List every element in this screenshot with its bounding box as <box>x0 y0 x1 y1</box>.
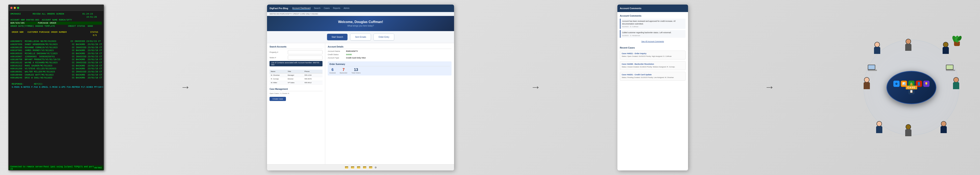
comments-header-title: Account Comments <box>620 7 641 9</box>
order-summary-title: Order Summary <box>329 63 450 66</box>
acct-status-row: Credit Status GOOD <box>328 54 452 55</box>
terminal-order-4: H30195533 MICHELLE SHOSHAN/VC/11823 CC B… <box>10 52 102 55</box>
comment-item-2: Called customer regarding backorder stat… <box>620 30 686 38</box>
terminal-order-3: H30197601 JAMES ROONEY/VC/011923 CC BACK… <box>10 49 102 52</box>
terminal-page-indicator: 09/002 <box>94 167 102 169</box>
account-comments-title: Account Comments <box>620 14 686 17</box>
contact-row-3[interactable]: W. Miller VP Sales 555-9012 <box>269 81 323 85</box>
terminal-date-line: ORDER DATE(YYMMDD) 000000 TEMPLATE CREDI… <box>10 25 102 28</box>
contact-list: Name Title Phone M. Shoshan Manager 555-… <box>269 70 323 85</box>
recent-case-title-1: Case #44521 - Order Inquiry <box>622 52 684 55</box>
nav-item-reports[interactable]: Reports <box>333 7 340 10</box>
recent-case-2[interactable]: Case #44398 - Backorder Resolution Statu… <box>620 61 686 70</box>
comments-panel: Account Comments Account Comments Accoun… <box>617 5 688 170</box>
person-bottom-center <box>905 124 912 136</box>
terminal-order-9: H30191269 VC/STEVE GILLES/01192023 CC BA… <box>10 67 102 70</box>
order-entry-button[interactable]: Order Entry <box>374 33 394 41</box>
account-number-label: 999705-003 RSRCH/SFTY CREDIT CARD ONLY V… <box>269 13 318 15</box>
terminal-status-text: Connected to remote server/host ipo1 usi… <box>10 166 94 170</box>
footer-icon-discover: 💳 <box>363 166 366 169</box>
terminal-blank1 <box>10 28 102 31</box>
notes-input[interactable] <box>288 55 323 60</box>
person-body-br <box>940 126 947 133</box>
see-all-link[interactable]: See All Account Comments <box>641 41 664 43</box>
laptop-right <box>946 65 955 71</box>
recent-case-detail-2: Status: Closed Created: 01/18/23 Priorit… <box>622 66 684 68</box>
person-top-right <box>943 42 949 54</box>
crm-topbar: DigFast Pro Blog Account Dashboard Searc… <box>267 5 454 12</box>
terminal-order-12: H30180246 ERIC W SAUL/AE/011823 CC BACKO… <box>10 76 102 79</box>
contact-title-1: Manager <box>288 74 304 76</box>
crm-nav: Account Dashboard Search Cases Reports A… <box>293 7 350 10</box>
account-badge: List of Contacts associated with Account… <box>269 61 323 66</box>
plant-decoration <box>953 36 961 46</box>
person-right <box>953 77 959 89</box>
arrow-3: → <box>761 82 778 93</box>
comments-header: Account Comments <box>617 5 688 12</box>
terminal-order-6: A30198758 BRYANT PRODUCTS/VC/81/19/23 CC… <box>10 58 102 61</box>
arrow-2: → <box>527 82 544 93</box>
recent-case-3[interactable]: Case #44201 - Credit Card Update Status:… <box>620 72 686 80</box>
illustration-container: ⚙ 📊 🔒 👤 💡 📋 <box>859 36 963 139</box>
welcome-subtitle: What brings you here today? <box>273 25 448 27</box>
col-header-title: Title <box>288 71 304 73</box>
laptop-screen-right <box>946 65 953 70</box>
person-head-tl <box>875 42 880 47</box>
footer-icon-amex: 💳 <box>357 166 360 169</box>
contact-title-2: Director <box>288 78 304 80</box>
comment-text-1: Account has been reviewed and approved f… <box>622 20 684 25</box>
terminal-panel: OMCRAOSI REVIEW ALL ORDERS SCREEN 01-24-… <box>8 5 104 170</box>
recent-cases-section: Recent Cases Case #44521 - Order Inquiry… <box>620 46 686 80</box>
stat-backorder-count: 7 <box>340 68 347 72</box>
terminal-col-header: ORDER NBR CUSTOMER PURCHASE ORDER NUMBER… <box>10 31 102 34</box>
table-icon-gear: ⚙ <box>893 80 900 87</box>
acct-status-label: Credit Status <box>328 54 344 55</box>
person-top-center <box>905 39 912 51</box>
nav-item-admin[interactable]: Admin <box>344 7 349 10</box>
terminal-order-10: A30190391 WALTER MILLER/MC/011923 CC INV… <box>10 70 102 73</box>
illustration-panel: ⚙ 📊 🔒 👤 💡 📋 <box>851 5 972 170</box>
crm-logo: DigFast Pro Blog <box>269 7 288 9</box>
crm-footer: 💳 💳 💳 💳 💳 ⚙ <box>267 164 454 170</box>
person-top-left <box>874 42 880 54</box>
property-field-row: Property # <box>269 50 323 54</box>
recent-cases-title: Recent Cases <box>620 46 686 49</box>
comments-body: Account Comments Account has been review… <box>617 12 688 170</box>
contact-row-2[interactable]: R. Cornejo Director 555-5678 <box>269 77 323 81</box>
see-all-comments[interactable]: See All Account Comments <box>620 39 686 43</box>
terminal-blank3 <box>10 79 102 82</box>
col-header-phone: Phone <box>304 71 321 73</box>
terminal-header-line2: 15:51:29 <box>10 16 102 19</box>
person-bottom-right <box>940 121 947 133</box>
account-info-bar: 999705-003 RSRCH/SFTY CREDIT CARD ONLY V… <box>267 12 454 16</box>
start-search-button[interactable]: Start Search <box>327 33 348 41</box>
maximize-dot <box>17 7 19 9</box>
case-sign: CASE <box>906 86 917 89</box>
terminal-response: RESPONSE: KEY(S): <box>10 82 102 86</box>
terminal-orders: A30200072 MICHELLECHA NG/MC/012023 CC IN… <box>10 40 102 79</box>
notes-field-row: Notes # <box>269 55 323 60</box>
contact-phone-2: 555-5678 <box>304 78 321 80</box>
comment-meta-1: 01/24/23 - D. Cuffman <box>622 26 684 28</box>
stat-invoiced: 6 Invoiced <box>329 68 336 74</box>
terminal-highlight-bor: BOR/SCH/ARC PURCHASE ORDER <box>10 22 102 25</box>
case-mgmt-desc: Open Cases: 2 | Closed: 8 <box>269 93 323 95</box>
terminal-blank2 <box>10 37 102 40</box>
terminal-account-line: ACCOUNT NBR 999705-003 ACCOUNT NAME RSRC… <box>10 19 102 22</box>
nav-item-cases[interactable]: Cases <box>324 7 329 10</box>
terminal-order-8: A30191312 MARI SAUDER/MC/011923 CC BACKO… <box>10 64 102 68</box>
comment-text-2: Called customer regarding backorder stat… <box>622 31 684 34</box>
contact-row-1[interactable]: M. Shoshan Manager 555-1234 <box>269 73 323 77</box>
sent-emails-button[interactable]: Sent Emails <box>350 33 371 41</box>
stat-invoiced-count: 6 <box>329 68 336 72</box>
nav-item-search[interactable]: Search <box>314 7 320 10</box>
terminal-order-1: A30207659 SANDY HENDERSON/MC/012023 CC B… <box>10 43 102 46</box>
person-head-bl <box>877 121 882 126</box>
acct-name-row: Account Name RSRCH/SFTY <box>328 50 452 52</box>
nav-item-dashboard[interactable]: Account Dashboard <box>293 7 311 10</box>
create-case-button[interactable]: Create Case <box>269 97 286 101</box>
recent-case-1[interactable]: Case #44521 - Order Inquiry Status: Open… <box>620 50 686 60</box>
property-input[interactable] <box>288 50 323 54</box>
footer-icon-mc: 💳 <box>351 166 354 169</box>
person-head-br <box>941 121 947 126</box>
